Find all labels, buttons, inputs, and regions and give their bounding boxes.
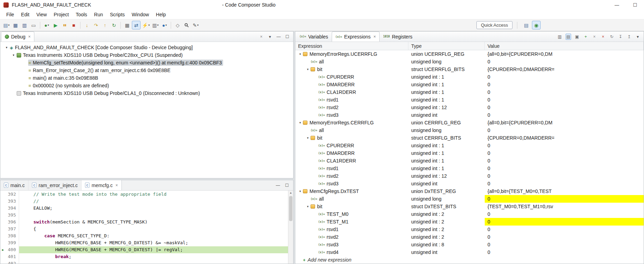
expression-row[interactable]: ▾MemoryErrorRegs.CERRFLGunion CERRFLG_RE… — [295, 119, 644, 126]
minimize-editor-button[interactable]: — — [275, 182, 281, 188]
expression-row[interactable]: ▾MemoryErrorRegs.UCERRFLGunion UCERRFLG_… — [295, 50, 644, 58]
menu-scripts[interactable]: Scripts — [107, 10, 128, 19]
expression-row[interactable]: (x)=DMARDERRunsigned int : 10 — [295, 149, 644, 157]
expand-arrow-icon[interactable]: ▾ — [305, 136, 311, 140]
expression-row[interactable]: ▾bitstruct UCERRFLG_BITS{CPURDERR=0,DMAR… — [295, 65, 644, 73]
expression-row[interactable]: (x)=rsvd1unsigned int : 20 — [295, 226, 644, 233]
menu-edit[interactable]: Edit — [18, 10, 33, 19]
tab-debug[interactable]: Debug × — [1, 32, 34, 42]
remove-all-terminated-button[interactable]: × — [259, 34, 264, 40]
scrollbar-thumb[interactable] — [289, 196, 293, 221]
menu-project[interactable]: Project — [50, 10, 73, 19]
column-header-expression[interactable]: Expression — [295, 42, 408, 50]
menu-help[interactable]: Help — [152, 10, 169, 19]
view-menu-button[interactable]: ▾ — [635, 34, 641, 40]
expression-row[interactable]: ▾bitstruct CERRFLG_BITS{CPURDERR=0,DMARD… — [295, 134, 644, 142]
export-button[interactable]: ↥ — [626, 34, 632, 40]
expression-row[interactable]: (x)=DMARDERRunsigned int : 10 — [295, 81, 644, 88]
step-over-button[interactable]: ↷ — [92, 21, 100, 29]
open-element-button[interactable]: ◇ — [173, 21, 182, 29]
tab-expressions[interactable]: (x)=Expressions× — [332, 32, 380, 42]
target-connect-button[interactable]: ⇄ — [132, 21, 141, 29]
breakpoint-button[interactable]: ●▾ — [160, 21, 169, 29]
console-button[interactable]: ▭ — [29, 21, 38, 29]
expression-row[interactable]: (x)=rsvd3unsigned int0 — [295, 111, 644, 119]
add-expression-row[interactable]: +Add new expression — [295, 256, 644, 264]
close-icon[interactable]: × — [373, 34, 376, 39]
debug-tree-row[interactable]: Texas Instruments XDS110 USB Debug Probe… — [0, 89, 293, 97]
ccs-debug-perspective-button[interactable]: ◉ — [532, 21, 541, 29]
debug-tree-row[interactable]: ≡0x000002 (no symbols are defined) — [0, 82, 293, 89]
close-icon[interactable]: × — [116, 183, 118, 188]
resume-button[interactable]: ▶ — [51, 21, 60, 29]
expand-arrow-icon[interactable]: ▾ — [297, 52, 303, 56]
maximize-panel-button[interactable]: ☐ — [285, 34, 290, 40]
expand-arrow-icon[interactable]: ▾ — [305, 68, 311, 71]
maximize-button[interactable]: ☐ — [633, 3, 637, 7]
debug-tree-row[interactable]: ▾Texas Instruments XDS110 USB Debug Prob… — [0, 51, 293, 59]
expression-row[interactable]: (x)=allunsigned long0 — [295, 126, 644, 134]
debug-launch-button[interactable]: ●▾ — [42, 21, 51, 29]
debug-tree-row[interactable]: ▾◈FLASH_AND_RAM_FAULT_CHECK [Code Compos… — [0, 44, 293, 51]
show-columns-button[interactable]: ▥ — [557, 34, 562, 40]
expression-row[interactable]: (x)=TEST_M1unsigned int : 20 — [295, 218, 644, 226]
terminate-button[interactable]: ■ — [69, 21, 78, 29]
view-menu-button[interactable]: ▾ — [267, 34, 273, 40]
quick-access-button[interactable]: Quick Access — [476, 21, 512, 29]
expression-row[interactable]: (x)=rsvd4unsigned int0 — [295, 248, 644, 256]
expression-row[interactable]: (x)=CPURDERRunsigned int : 10 — [295, 142, 644, 149]
remove-expression-button[interactable]: × — [592, 34, 597, 40]
save-all-button[interactable]: ▥ — [20, 21, 29, 29]
expression-row[interactable]: (x)=rsvd3unsigned int : 80 — [295, 241, 644, 248]
menu-file[interactable]: File — [3, 10, 18, 19]
expression-row[interactable]: (x)=CPURDERRunsigned int : 10 — [295, 73, 644, 81]
suspend-button[interactable]: ▮▮ — [60, 21, 69, 29]
editor-tab-main-c[interactable]: cmain.c — [0, 180, 28, 190]
menu-window[interactable]: Window — [128, 10, 153, 19]
column-header-type[interactable]: Type — [408, 42, 485, 50]
expression-row[interactable]: (x)=rsvd1unsigned int : 10 — [295, 165, 644, 172]
restart-button[interactable]: ↻ — [110, 21, 118, 29]
editor-tab-ram_error_inject-c[interactable]: cram_error_inject.c — [28, 180, 82, 190]
expression-row[interactable]: (x)=CLA1RDERRunsigned int : 10 — [295, 157, 644, 165]
refresh-button[interactable]: ↻ — [609, 34, 615, 40]
save-button[interactable]: ▦ — [11, 21, 20, 29]
debug-tree-row[interactable]: ≡main() at main.c:35 0x09E88B — [0, 74, 293, 82]
close-icon[interactable]: × — [28, 34, 31, 39]
step-return-button[interactable]: ↑ — [101, 21, 109, 29]
menu-run[interactable]: Run — [91, 10, 107, 19]
registers-view-button[interactable]: ▦ — [123, 21, 132, 29]
debug-tree-row[interactable]: ≡Ram_Error_Inject_Case_2() at ram_error_… — [0, 67, 293, 74]
new-file-button[interactable]: ▤▾ — [2, 21, 11, 29]
ccs-edit-perspective-button[interactable]: ▤ — [522, 21, 531, 29]
search-button[interactable] — [182, 21, 191, 29]
import-button[interactable]: ↧ — [618, 34, 623, 40]
code-editor[interactable]: 392 // Write the test mode into the appr… — [0, 191, 288, 264]
expand-arrow-icon[interactable]: ▾ — [305, 205, 311, 208]
expression-row[interactable]: ▾MemCfgRegs.DxTESTunion DxTEST_REG{all=0… — [295, 187, 644, 195]
menu-tools[interactable]: Tools — [72, 10, 91, 19]
expression-row[interactable]: (x)=allunsigned long0 — [295, 195, 644, 203]
expression-row[interactable]: ▾bitstruct DxTEST_BITS{TEST_M0=0,TEST_M1… — [295, 203, 644, 210]
minimize-button[interactable]: — — [615, 3, 619, 7]
tab-registers[interactable]: 1010Registers — [380, 32, 416, 42]
editor-tab-memcfg-c[interactable]: cmemcfg.c× — [82, 180, 122, 190]
expand-arrow-icon[interactable]: ▾ — [11, 53, 16, 57]
scroll-up-icon[interactable]: ▲ — [288, 191, 293, 195]
debug-tree-row[interactable]: ≡MemCfg_setTestMode(unsigned long, enum … — [0, 59, 293, 67]
step-into-button[interactable]: ↓ — [83, 21, 91, 29]
flash-button[interactable]: ⚡▾ — [141, 21, 151, 29]
column-header-value[interactable]: Value — [485, 42, 644, 50]
expression-row[interactable]: (x)=rsvd3unsigned int0 — [295, 180, 644, 187]
collapse-all-button[interactable]: ▣ — [574, 34, 580, 40]
expression-row[interactable]: (x)=allunsigned long0 — [295, 58, 644, 65]
annotation-button[interactable]: ✎▾ — [191, 21, 200, 29]
maximize-editor-button[interactable]: ☐ — [284, 182, 290, 188]
expression-row[interactable]: (x)=TEST_M0unsigned int : 20 — [295, 210, 644, 218]
expression-row[interactable]: (x)=rsvd2unsigned int : 120 — [295, 104, 644, 111]
expression-row[interactable]: (x)=rsvd1unsigned int : 10 — [295, 96, 644, 104]
editor-scrollbar[interactable]: ▲ — [288, 191, 293, 264]
expand-arrow-icon[interactable]: ▾ — [297, 121, 303, 124]
expand-arrow-icon[interactable]: ▾ — [4, 46, 9, 49]
minimize-panel-button[interactable]: — — [276, 34, 281, 40]
